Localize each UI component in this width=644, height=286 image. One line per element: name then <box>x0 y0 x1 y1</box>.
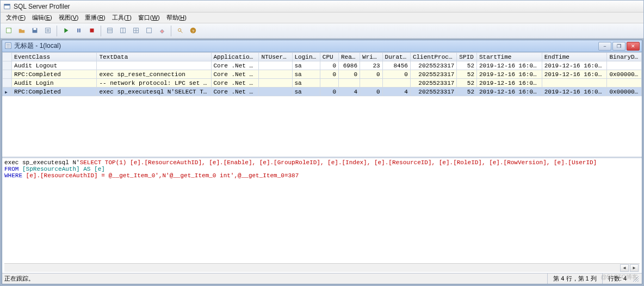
cell-cpu[interactable]: 0 <box>320 70 338 79</box>
cell-binarydata[interactable]: 0x00000... <box>607 70 642 79</box>
toolbar-grid1-button[interactable] <box>104 25 116 37</box>
scroll-right-icon[interactable]: ▶ <box>630 264 639 272</box>
detail-text[interactable]: exec sp_executesql N'SELECT TOP(1) [e].[… <box>4 159 640 263</box>
minimize-button[interactable]: − <box>598 42 611 51</box>
menu-item-t[interactable]: 工具(T) <box>109 13 135 23</box>
cell-reads[interactable] <box>338 79 360 88</box>
toolbar-new-trace-button[interactable] <box>3 25 15 37</box>
cell-applicationname[interactable]: Core .Net Sq... <box>211 61 259 70</box>
detail-scrollbar[interactable]: ◀ ▶ <box>4 263 640 272</box>
cell-duration[interactable] <box>382 79 410 88</box>
toolbar-open-file-button[interactable] <box>16 25 28 37</box>
column-header-eventclass[interactable]: EventClass <box>12 53 97 61</box>
cell-loginname[interactable]: sa <box>292 61 320 70</box>
cell-loginname[interactable]: sa <box>292 70 320 79</box>
cell-clientprocessid[interactable]: 2025523317 <box>410 79 456 88</box>
toolbar-grid4-button[interactable] <box>143 25 155 37</box>
cell-spid[interactable]: 52 <box>457 88 477 96</box>
column-header-cpu[interactable]: CPU <box>320 53 338 61</box>
menu-item-w[interactable]: 窗口(W) <box>135 13 163 23</box>
cell-ntusername[interactable] <box>259 61 292 70</box>
table-row[interactable]: RPC:Completedexec sp_reset_connectionCor… <box>3 70 642 79</box>
trace-grid-pane[interactable]: EventClassTextDataApplicationNameNTUserN… <box>2 52 642 158</box>
cell-spid[interactable]: 52 <box>457 79 477 88</box>
cell-starttime[interactable]: 2019-12-16 16:08:35... <box>477 70 542 79</box>
cell-duration[interactable]: 8456 <box>382 61 410 70</box>
cell-cpu[interactable] <box>320 79 338 88</box>
cell-binarydata[interactable]: 0x00000... <box>607 88 642 96</box>
toolbar-properties-button[interactable] <box>42 25 54 37</box>
table-row[interactable]: RPC:Completedexec sp_executesql N'SELECT… <box>3 88 642 96</box>
trace-grid[interactable]: EventClassTextDataApplicationNameNTUserN… <box>2 52 642 96</box>
column-header-starttime[interactable]: StartTime <box>477 53 542 61</box>
resize-grip[interactable] <box>632 275 640 283</box>
cell-endtime[interactable]: 2019-12-16 16:08:35... <box>542 61 607 70</box>
cell-spid[interactable]: 52 <box>457 70 477 79</box>
cell-loginname[interactable]: sa <box>292 79 320 88</box>
detail-pane[interactable]: exec sp_executesql N'SELECT TOP(1) [e].[… <box>2 158 642 273</box>
scroll-left-icon[interactable]: ◀ <box>620 264 629 272</box>
cell-applicationname[interactable]: Core .Net Sq... <box>211 70 259 79</box>
toolbar-run-button[interactable] <box>60 25 72 37</box>
column-header-spid[interactable]: SPID <box>457 53 477 61</box>
cell-ntusername[interactable] <box>259 88 292 96</box>
toolbar-help-button[interactable]: ? <box>187 25 199 37</box>
table-row[interactable]: Audit LogoutCore .Net Sq...sa06986238456… <box>3 61 642 70</box>
menu-item-v[interactable]: 视图(V) <box>55 13 82 23</box>
cell-endtime[interactable]: 2019-12-16 16:08:35... <box>542 88 607 96</box>
cell-starttime[interactable]: 2019-12-16 16:08:26... <box>477 61 542 70</box>
cell-reads[interactable]: 4 <box>338 88 360 96</box>
cell-writes[interactable]: 0 <box>360 70 383 79</box>
cell-duration[interactable]: 4 <box>382 88 410 96</box>
cell-clientprocessid[interactable]: 2025523317 <box>410 70 456 79</box>
column-header-binarydata[interactable]: BinaryData <box>607 53 642 61</box>
toolbar-save-button[interactable] <box>29 25 41 37</box>
cell-starttime[interactable]: 2019-12-16 16:08:35... <box>477 88 542 96</box>
column-header-writes[interactable]: Writes <box>360 53 383 61</box>
cell-textdata[interactable] <box>97 61 211 70</box>
cell-applicationname[interactable]: Core .Net Sq... <box>211 79 259 88</box>
cell-endtime[interactable]: 2019-12-16 16:08:35... <box>542 70 607 79</box>
cell-eventclass[interactable]: Audit Logout <box>12 61 97 70</box>
column-header-reads[interactable]: Reads <box>338 53 360 61</box>
column-header-loginname[interactable]: LoginName <box>292 53 320 61</box>
cell-textdata[interactable]: -- network protocol: LPC set quote... <box>97 79 211 88</box>
cell-duration[interactable]: 0 <box>382 70 410 79</box>
cell-cpu[interactable]: 0 <box>320 61 338 70</box>
toolbar-find-button[interactable] <box>174 25 186 37</box>
toolbar-grid3-button[interactable] <box>130 25 142 37</box>
cell-starttime[interactable]: 2019-12-16 16:08:35... <box>477 79 542 88</box>
column-header-ntusername[interactable]: NTUserName <box>259 53 292 61</box>
cell-textdata[interactable]: exec sp_reset_connection <box>97 70 211 79</box>
column-header-textdata[interactable]: TextData <box>97 53 211 61</box>
cell-eventclass[interactable]: RPC:Completed <box>12 70 97 79</box>
menu-item-e[interactable]: 编辑(E) <box>29 13 55 23</box>
cell-clientprocessid[interactable]: 2025523317 <box>410 61 456 70</box>
menu-item-r[interactable]: 重播(R) <box>82 13 108 23</box>
toolbar-grid2-button[interactable] <box>117 25 129 37</box>
column-header-clientprocessid[interactable]: ClientProcessID <box>410 53 456 61</box>
column-header-endtime[interactable]: EndTime <box>542 53 607 61</box>
menu-item-h[interactable]: 帮助(H) <box>163 13 190 23</box>
cell-writes[interactable]: 0 <box>360 88 383 96</box>
cell-binarydata[interactable] <box>607 61 642 70</box>
close-button[interactable]: ✕ <box>627 42 640 51</box>
cell-applicationname[interactable]: Core .Net Sq... <box>211 88 259 96</box>
cell-textdata[interactable]: exec sp_executesql N'SELECT TOP(1) ... <box>97 88 211 96</box>
cell-eventclass[interactable]: Audit Login <box>12 79 97 88</box>
cell-loginname[interactable]: sa <box>292 88 320 96</box>
cell-reads[interactable]: 0 <box>338 70 360 79</box>
column-header-applicationname[interactable]: ApplicationName <box>211 53 259 61</box>
toolbar-stop-button[interactable] <box>86 25 98 37</box>
cell-spid[interactable]: 52 <box>457 61 477 70</box>
cell-ntusername[interactable] <box>259 79 292 88</box>
table-row[interactable]: Audit Login-- network protocol: LPC set … <box>3 79 642 88</box>
cell-reads[interactable]: 6986 <box>338 61 360 70</box>
cell-binarydata[interactable] <box>607 79 642 88</box>
cell-endtime[interactable] <box>542 79 607 88</box>
cell-writes[interactable]: 23 <box>360 61 383 70</box>
toolbar-pause-button[interactable] <box>73 25 85 37</box>
menu-item-f[interactable]: 文件(F) <box>3 13 29 23</box>
column-header-duration[interactable]: Duration <box>382 53 410 61</box>
toolbar-erase-button[interactable] <box>156 25 168 37</box>
